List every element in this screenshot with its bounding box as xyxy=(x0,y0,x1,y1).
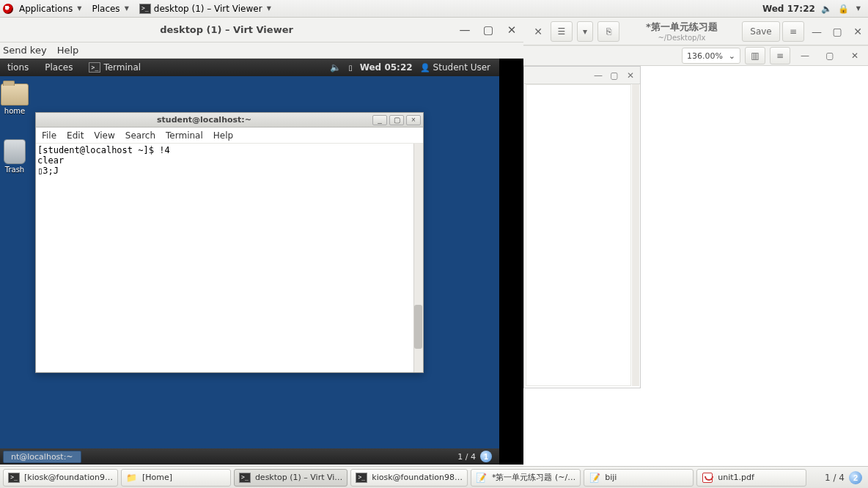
terminal-menu-edit[interactable]: Edit xyxy=(67,130,84,141)
host-taskbar: >_[kiosk@foundation9… [Home] >_desktop (… xyxy=(0,466,868,488)
terminal-maximize-button[interactable]: ▢ xyxy=(389,115,404,125)
places-menu[interactable]: Places▼ xyxy=(87,2,133,15)
taskbar-item[interactable]: unit1.pdf xyxy=(696,469,806,487)
guest-network-icon[interactable] xyxy=(348,62,353,73)
side-max-button[interactable]: ▢ xyxy=(606,70,622,81)
editor-close-button[interactable]: ✕ xyxy=(847,26,868,37)
other-close-button[interactable]: ✕ xyxy=(528,26,548,37)
desktop-icon-trash[interactable]: Trash xyxy=(0,139,37,174)
taskbar-item[interactable]: >_kiosk@foundation98… xyxy=(350,469,468,487)
taskbar-item[interactable]: >_desktop (1) – Virt Vi… xyxy=(234,469,347,487)
editor-open-button[interactable]: ☰ xyxy=(551,21,573,42)
pdf-zoom-select[interactable]: 136.00%⌄ xyxy=(682,48,740,64)
terminal-title: student@localhost:~ xyxy=(36,115,372,125)
guest-bottom-panel: nt@localhost:~ 1 / 4 1 xyxy=(0,448,499,465)
editor-hamburger-button[interactable]: ≡ xyxy=(782,21,804,42)
terminal-icon: >_ xyxy=(356,473,367,483)
editor-save-button[interactable]: Save xyxy=(742,21,780,42)
taskbar-item[interactable]: *第一单元练习题 (~/… xyxy=(471,469,581,487)
pdf-icon xyxy=(702,473,713,483)
system-menu-chevron-icon[interactable]: ▼ xyxy=(856,5,861,12)
terminal-menu-help[interactable]: Help xyxy=(213,130,233,141)
applications-menu[interactable]: Applications▼ xyxy=(15,2,86,15)
workspace-label: 1 / 4 xyxy=(457,452,476,462)
guest-applications-menu[interactable]: tions xyxy=(3,61,33,74)
folder-icon xyxy=(126,473,138,483)
pdf-maximize-button[interactable]: ▢ xyxy=(820,47,840,64)
terminal-icon: >_ xyxy=(8,473,20,483)
terminal-titlebar[interactable]: student@localhost:~ _ ▢ × xyxy=(36,113,423,127)
side-close-button[interactable]: ✕ xyxy=(622,70,639,81)
guest-terminal-launcher[interactable]: >_Terminal xyxy=(84,61,145,74)
editor-headerbar: ✕ ☰ ▾ ⎘ *第一单元练习题 ~/Desktop/lx Save ≡ — ▢… xyxy=(523,18,868,45)
workspace-indicator[interactable]: 1 xyxy=(480,451,492,462)
guest-places-menu[interactable]: Places xyxy=(40,61,77,74)
host-top-panel: Applications▼ Places▼ >_desktop (1) – Vi… xyxy=(0,0,868,18)
guest-top-panel: tions Places >_Terminal Wed 05:22 Studen… xyxy=(0,59,499,76)
pdf-page-view[interactable] xyxy=(641,66,868,465)
terminal-menubar: File Edit View Search Terminal Help xyxy=(36,127,423,144)
terminal-menu-terminal[interactable]: Terminal xyxy=(166,130,203,141)
pdf-close-button[interactable]: ✕ xyxy=(845,47,865,64)
trash-icon xyxy=(4,139,26,164)
terminal-menu-file[interactable]: File xyxy=(42,130,56,141)
pdf-toolbar: 136.00%⌄ ▥ ≡ — ▢ ✕ xyxy=(523,45,868,66)
side-min-button[interactable]: — xyxy=(590,70,606,81)
terminal-scroll-thumb[interactable] xyxy=(414,305,422,349)
desktop-icon-home[interactable]: home xyxy=(0,84,37,115)
terminal-icon: >_ xyxy=(89,62,100,73)
guest-desktop: tions Places >_Terminal Wed 05:22 Studen… xyxy=(0,59,523,465)
terminal-icon: >_ xyxy=(239,473,251,483)
active-app-menu[interactable]: >_desktop (1) – Virt Viewer▼ xyxy=(135,2,276,15)
taskbar-item[interactable]: >_[kiosk@foundation9… xyxy=(3,469,118,487)
host-clock[interactable]: Wed 17:22 xyxy=(762,4,815,14)
side-window-content[interactable] xyxy=(526,84,631,386)
guest-user-menu[interactable]: Student User xyxy=(420,62,490,73)
pdf-hamburger-button[interactable]: ≡ xyxy=(770,47,790,64)
menu-send-key[interactable]: Send key xyxy=(3,45,47,56)
terminal-close-button[interactable]: × xyxy=(406,115,421,125)
pdf-minimize-button[interactable]: — xyxy=(795,47,815,64)
guest-clock[interactable]: Wed 05:22 xyxy=(360,62,413,73)
folder-icon xyxy=(1,84,29,106)
virt-viewer-title: desktop (1) – Virt Viewer xyxy=(0,24,453,35)
guest-terminal-window[interactable]: student@localhost:~ _ ▢ × File Edit View… xyxy=(35,112,424,373)
terminal-minimize-button[interactable]: _ xyxy=(372,115,387,125)
terminal-scrollbar[interactable] xyxy=(413,144,423,372)
vv-maximize-button[interactable]: ▢ xyxy=(477,23,500,37)
editor-minimize-button[interactable]: — xyxy=(806,26,827,37)
terminal-menu-view[interactable]: View xyxy=(94,130,114,141)
editor-title-block: *第一单元练习题 ~/Desktop/lx xyxy=(622,21,742,42)
host-workspace-label: 1 / 4 xyxy=(825,473,845,483)
editor-maximize-button[interactable]: ▢ xyxy=(827,26,847,37)
chevron-down-icon: ⌄ xyxy=(729,51,735,61)
volume-icon[interactable] xyxy=(821,4,832,14)
pdf-thumbnails-button[interactable]: ▥ xyxy=(745,47,765,64)
editor-new-tab-button[interactable]: ⎘ xyxy=(597,21,619,42)
distro-logo-icon xyxy=(3,4,13,14)
editor-subtitle: ~/Desktop/lx xyxy=(622,34,742,42)
side-window-scrollbar[interactable] xyxy=(632,84,639,386)
note-icon xyxy=(476,473,488,483)
menu-help[interactable]: Help xyxy=(57,45,79,56)
taskbar-item[interactable]: biji xyxy=(584,469,694,487)
vv-close-button[interactable]: ✕ xyxy=(500,23,523,37)
taskbar-item[interactable]: [Home] xyxy=(121,469,231,487)
virt-viewer-titlebar[interactable]: desktop (1) – Virt Viewer — ▢ ✕ xyxy=(0,18,523,42)
terminal-menu-search[interactable]: Search xyxy=(125,130,155,141)
user-icon xyxy=(420,62,430,73)
side-window-titlebar[interactable]: — ▢ ✕ xyxy=(524,67,640,84)
side-window[interactable]: — ▢ ✕ xyxy=(523,66,641,388)
guest-wallpaper[interactable]: tions Places >_Terminal Wed 05:22 Studen… xyxy=(0,59,499,465)
vv-minimize-button[interactable]: — xyxy=(453,23,477,37)
terminal-output[interactable]: [student@localhost ~]$ !4 clear ▯3;J xyxy=(36,144,423,372)
note-icon xyxy=(589,473,600,483)
host-workspace-indicator[interactable]: 2 xyxy=(849,471,862,484)
lock-icon[interactable] xyxy=(838,4,849,14)
guest-taskbar-item[interactable]: nt@localhost:~ xyxy=(3,451,81,463)
editor-open-dropdown[interactable]: ▾ xyxy=(577,21,593,42)
terminal-icon: >_ xyxy=(139,4,151,14)
virt-viewer-menubar: Send key Help xyxy=(0,42,523,59)
editor-title: *第一单元练习题 xyxy=(622,21,742,34)
guest-volume-icon[interactable] xyxy=(330,62,341,73)
